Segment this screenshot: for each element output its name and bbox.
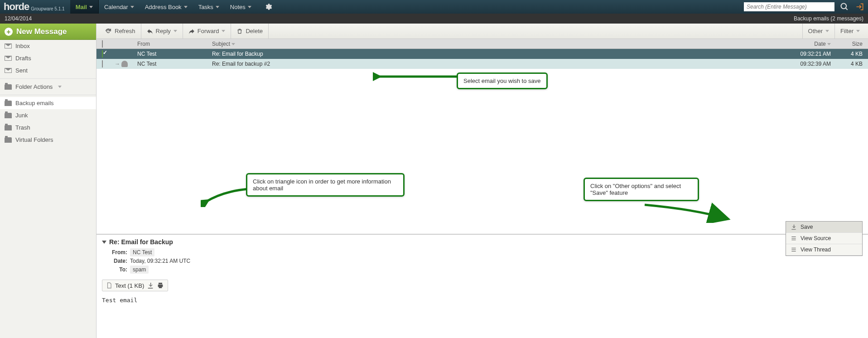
from-label: From: <box>102 249 127 256</box>
annotation-callout: Click on "Other options" and select "Sav… <box>583 178 699 201</box>
message-toolbar: Refresh Reply Forward Delete Other Filte… <box>96 24 868 39</box>
print-attachment-icon[interactable] <box>157 282 164 289</box>
sidebar-drafts[interactable]: Drafts <box>0 52 96 64</box>
column-headers: From Subject Date Size <box>96 39 868 49</box>
save-option[interactable]: Save <box>786 222 862 233</box>
row-checkbox[interactable] <box>102 60 103 68</box>
sort-indicator-icon <box>827 43 831 45</box>
preview-from[interactable]: NC Test <box>130 248 154 256</box>
forward-button[interactable]: Forward <box>183 24 231 39</box>
annotation-callout: Click on triangle icon in order to get m… <box>246 173 405 197</box>
logout-icon[interactable] <box>855 2 864 11</box>
new-message-button[interactable]: + New Message <box>0 24 96 40</box>
current-date: 12/04/2014 <box>5 15 32 22</box>
to-label: To: <box>102 266 127 273</box>
thread-icon <box>791 246 797 253</box>
inbox-icon <box>5 43 12 48</box>
download-icon <box>791 224 797 230</box>
col-date[interactable]: Date <box>768 41 836 47</box>
sort-indicator-icon <box>231 43 235 45</box>
folder-icon <box>5 125 12 130</box>
nav-notes[interactable]: Notes <box>225 0 257 14</box>
reply-button[interactable]: Reply <box>141 24 183 39</box>
document-icon <box>106 282 112 289</box>
annotation-arrow <box>201 184 251 207</box>
sidebar-trash[interactable]: Trash <box>0 121 96 134</box>
logo: horde <box>4 1 29 13</box>
folder-icon <box>5 84 12 90</box>
view-source-option[interactable]: View Source <box>786 233 862 244</box>
sidebar-virtual-folders[interactable]: Virtual Folders <box>0 134 96 146</box>
search-icon[interactable] <box>840 2 849 11</box>
settings-gear-icon[interactable] <box>259 0 278 14</box>
chevron-down-icon <box>58 86 62 88</box>
folder-icon <box>5 113 12 118</box>
col-from[interactable]: From <box>137 41 212 47</box>
drafts-icon <box>5 56 12 61</box>
folder-icon <box>5 101 12 106</box>
message-body: Test email <box>102 297 863 304</box>
preview-to[interactable]: spam <box>130 266 149 274</box>
chevron-down-icon <box>222 30 225 32</box>
logo-version: Groupware 5.1.1 <box>31 6 65 11</box>
message-row[interactable]: NC Test Re: Email for Backup 09:32:21 AM… <box>96 49 868 59</box>
sidebar-inbox[interactable]: Inbox <box>0 40 96 52</box>
svg-point-0 <box>841 4 847 9</box>
other-button[interactable]: Other <box>802 24 835 39</box>
search-input[interactable] <box>744 2 834 11</box>
view-thread-option[interactable]: View Thread <box>786 244 862 256</box>
col-subject[interactable]: Subject <box>212 41 768 47</box>
annotation-arrow <box>373 68 459 82</box>
nav-addressbook[interactable]: Address Book <box>140 0 193 14</box>
date-label: Date: <box>102 258 127 264</box>
sidebar-folder-actions[interactable]: Folder Actions <box>0 81 96 93</box>
attachment-label: Text (1 KB) <box>115 282 144 289</box>
sidebar: + New Message Inbox Drafts Sent Folder A… <box>0 24 96 338</box>
plus-icon: + <box>5 28 13 36</box>
delete-button[interactable]: Delete <box>231 24 269 39</box>
nav-mail[interactable]: Mail <box>70 0 99 14</box>
list-icon <box>791 235 797 241</box>
top-bar: horde Groupware 5.1.1 Mail Calendar Addr… <box>0 0 868 14</box>
svg-line-1 <box>846 8 848 10</box>
col-size[interactable]: Size <box>836 41 868 47</box>
sidebar-sent[interactable]: Sent <box>0 64 96 77</box>
sent-icon <box>5 68 12 73</box>
content-area: Refresh Reply Forward Delete Other Filte… <box>96 24 868 338</box>
other-options-menu: Save View Source View Thread <box>786 221 863 256</box>
annotation-callout: Select email you wish to save <box>457 72 548 89</box>
folder-context: Backup emails (2 messages) <box>794 15 863 22</box>
expand-details-icon[interactable] <box>102 241 106 244</box>
annotation-arrow <box>640 200 731 223</box>
download-attachment-icon[interactable] <box>147 282 154 289</box>
attachment-bar: Text (1 KB) <box>102 280 168 291</box>
chevron-down-icon <box>825 30 829 32</box>
chevron-down-icon <box>174 30 177 32</box>
person-icon <box>121 61 128 67</box>
refresh-button[interactable]: Refresh <box>99 24 141 39</box>
row-checkbox[interactable] <box>102 50 103 58</box>
select-all-checkbox[interactable] <box>102 40 103 48</box>
nav-tasks[interactable]: Tasks <box>193 0 225 14</box>
sidebar-junk[interactable]: Junk <box>0 109 96 121</box>
status-bar: 12/04/2014 Backup emails (2 messages) <box>0 14 868 24</box>
message-row[interactable]: → NC Test Re: Email for backup #2 09:32:… <box>96 59 868 69</box>
filter-button[interactable]: Filter <box>834 24 865 39</box>
sidebar-backup-emails[interactable]: Backup emails <box>0 97 96 109</box>
folder-icon <box>5 137 12 143</box>
reply-indicator-icon: → <box>115 61 120 67</box>
preview-subject: Re: Email for Backup <box>109 238 173 246</box>
preview-date: Today, 09:32:21 AM UTC <box>130 258 190 264</box>
chevron-down-icon <box>856 30 860 32</box>
message-list: NC Test Re: Email for Backup 09:32:21 AM… <box>96 49 868 69</box>
reading-pane: Re: Email for Backup From:NC Test Date:T… <box>96 234 868 338</box>
nav-calendar[interactable]: Calendar <box>99 0 140 14</box>
